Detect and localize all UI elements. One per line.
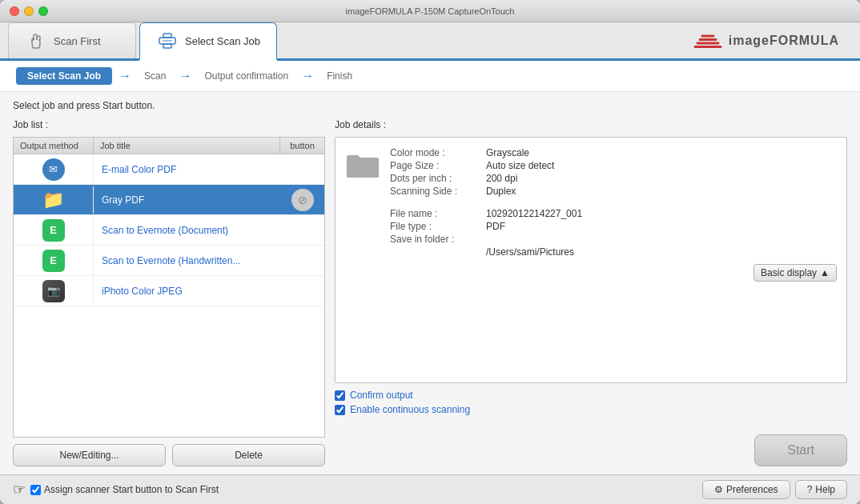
step-scan: Scan — [138, 67, 172, 85]
method-cell-3: E — [14, 216, 94, 245]
job-list-title: Job list : — [13, 119, 325, 130]
detail-row-folder-path: /Users/sami/Pictures — [390, 246, 837, 258]
help-label: Help — [815, 484, 835, 495]
table-row[interactable]: 📁 Gray PDF ⊘ — [14, 185, 324, 215]
main-content: Select job and press Start button. Job l… — [0, 92, 860, 474]
start-button[interactable]: Start — [754, 434, 847, 466]
detail-row-save-folder: Save in folder : — [390, 234, 837, 245]
label-save-folder: Save in folder : — [390, 234, 486, 245]
col-job-title: Job title — [94, 138, 280, 154]
svg-rect-4 — [694, 46, 722, 48]
evernote-icon-1: E — [42, 219, 65, 242]
job-list-panel: Job list : Output method Job title butto… — [13, 119, 325, 466]
title-cell-3: Scan to Evernote (Document) — [94, 222, 280, 239]
step-output-label: Output confirmation — [198, 67, 295, 85]
value-filetype: PDF — [486, 221, 505, 232]
col-button: button — [280, 138, 324, 154]
value-page-size: Auto size detect — [486, 160, 554, 171]
step-select-scan-job-label: Select Scan Job — [16, 67, 112, 85]
detail-row-scanning-side: Scanning Side : Duplex — [390, 186, 837, 197]
svg-rect-2 — [163, 34, 171, 38]
step-scan-label: Scan — [138, 67, 172, 85]
preferences-label: Preferences — [726, 484, 778, 495]
preferences-icon: ⚙ — [714, 484, 723, 495]
value-filename: 10292012214227_001 — [486, 208, 582, 219]
step-select-scan-job: Select Scan Job — [16, 67, 112, 85]
confirm-output-input[interactable] — [335, 390, 345, 401]
detail-row-dpi: Dots per inch : 200 dpi — [390, 173, 837, 184]
titlebar: imageFORMULA P-150M CaptureOnTouch — [0, 0, 860, 22]
step-arrow-3: → — [301, 69, 314, 83]
detail-row-filename: File name : 10292012214227_001 — [390, 208, 837, 219]
hand-icon — [25, 30, 47, 52]
step-arrow-2: → — [179, 69, 191, 83]
details-folder-icon-area — [345, 150, 380, 259]
details-inner: Color mode : Grayscale Page Size : Auto … — [345, 147, 837, 259]
title-cell-5: iPhoto Color JPEG — [94, 282, 280, 300]
scanner-icon — [156, 30, 179, 52]
checkboxes: Confirm output Enable continuous scannin… — [335, 390, 847, 415]
tab-bar: Scan First Select Scan Job image — [0, 22, 860, 61]
step-finish-label: Finish — [320, 67, 359, 85]
tab-select-scan-job[interactable]: Select Scan Job — [139, 22, 277, 61]
close-button[interactable] — [10, 6, 19, 16]
table-row[interactable]: 📷 iPhoto Color JPEG — [14, 276, 324, 306]
enable-continuous-label: Enable continuous scanning — [350, 404, 470, 415]
panels: Job list : Output method Job title butto… — [13, 119, 847, 466]
job-details-panel: Job details : Color mode : Gra — [335, 119, 847, 466]
scan-button-icon: ⊘ — [291, 189, 314, 211]
enable-continuous-input[interactable] — [335, 405, 345, 415]
job-title-2: Gray PDF — [102, 194, 144, 206]
footer-right: ⚙ Preferences ? Help — [702, 480, 847, 499]
value-color-mode: Grayscale — [486, 147, 529, 158]
assign-checkbox-row[interactable]: Assign scanner Start button to Scan Firs… — [30, 484, 219, 495]
method-cell-5: 📷 — [14, 277, 94, 306]
evernote-icon-2: E — [42, 250, 65, 272]
detail-row-color-mode: Color mode : Grayscale — [390, 147, 837, 158]
title-cell-4: Scan to Evernote (Handwritten... — [94, 252, 280, 270]
label-color-mode: Color mode : — [390, 147, 486, 158]
collapse-icon: ▲ — [820, 267, 830, 278]
svg-rect-3 — [163, 44, 171, 48]
new-editing-button[interactable]: New/Editing... — [13, 444, 166, 466]
instruction-text: Select job and press Start button. — [13, 100, 847, 111]
job-title-4: Scan to Evernote (Handwritten... — [102, 255, 240, 266]
method-cell-2: 📁 — [14, 186, 94, 214]
main-window: imageFORMULA P-150M CaptureOnTouch Scan … — [0, 0, 860, 504]
delete-button[interactable]: Delete — [172, 444, 325, 466]
details-box: Color mode : Grayscale Page Size : Auto … — [335, 137, 847, 383]
step-finish: Finish — [320, 67, 359, 85]
details-fields: Color mode : Grayscale Page Size : Auto … — [390, 147, 837, 259]
table-row[interactable]: ✉ E-mail Color PDF — [14, 154, 324, 185]
svg-rect-7 — [701, 34, 715, 37]
start-button-area: Start — [335, 428, 847, 466]
value-folder-path: /Users/sami/Pictures — [486, 246, 574, 258]
enable-continuous-checkbox[interactable]: Enable continuous scanning — [335, 404, 847, 415]
preferences-button[interactable]: ⚙ Preferences — [702, 480, 790, 499]
svg-rect-6 — [699, 38, 717, 41]
help-icon: ? — [807, 484, 813, 495]
iphoto-icon: 📷 — [42, 280, 65, 302]
table-row[interactable]: E Scan to Evernote (Document) — [14, 215, 324, 246]
table-row[interactable]: E Scan to Evernote (Handwritten... — [14, 246, 324, 276]
confirm-output-checkbox[interactable]: Confirm output — [335, 390, 847, 401]
step-bar: Select Scan Job → Scan → Output confirma… — [0, 61, 860, 92]
help-button[interactable]: ? Help — [795, 480, 847, 499]
button-cell-2[interactable]: ⊘ — [280, 189, 324, 211]
method-cell-1: ✉ — [14, 155, 94, 184]
title-cell-1: E-mail Color PDF — [94, 161, 280, 178]
tab-scan-first[interactable]: Scan First — [8, 22, 136, 58]
email-icon: ✉ — [42, 158, 65, 181]
label-page-size: Page Size : — [390, 160, 486, 171]
job-details-title: Job details : — [335, 119, 847, 130]
basic-display-button[interactable]: Basic display ▲ — [754, 264, 837, 282]
label-folder-path-empty — [390, 246, 486, 258]
logo-text: imageFORMULA — [729, 34, 839, 48]
maximize-button[interactable] — [38, 6, 48, 16]
title-cell-2: Gray PDF — [94, 191, 280, 209]
minimize-button[interactable] — [24, 6, 34, 16]
detail-row-page-size: Page Size : Auto size detect — [390, 160, 837, 171]
assign-checkbox[interactable] — [30, 485, 41, 495]
job-list-buttons: New/Editing... Delete — [13, 444, 325, 466]
traffic-lights — [10, 6, 48, 16]
